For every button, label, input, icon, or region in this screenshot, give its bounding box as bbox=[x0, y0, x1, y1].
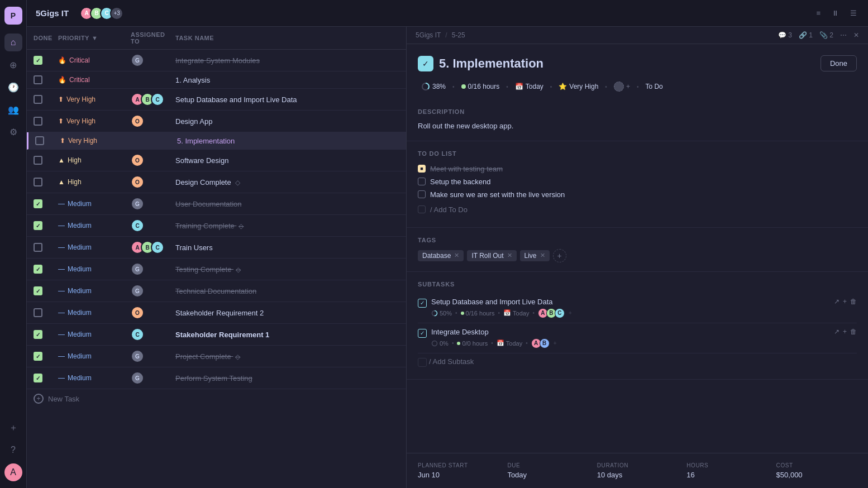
description-text[interactable]: Roll out the new desktop app. bbox=[418, 121, 857, 132]
task-checkbox[interactable] bbox=[35, 136, 44, 145]
table-row[interactable]: ⬆ Very High A B C Setup Database and Imp… bbox=[27, 89, 406, 111]
task-checkbox[interactable] bbox=[34, 352, 42, 361]
table-row[interactable]: ⬆ Very High 5. Implementation bbox=[27, 132, 406, 150]
close-btn[interactable]: ✕ bbox=[853, 31, 859, 39]
todo-check[interactable] bbox=[418, 178, 426, 185]
sidebar-item-team[interactable]: 👥 bbox=[4, 101, 22, 118]
task-name: Project Complete ◇ bbox=[175, 352, 399, 361]
task-checkbox[interactable] bbox=[34, 243, 42, 252]
subtask-name: Integrate Desktop bbox=[431, 328, 829, 336]
assigned-cell: C bbox=[131, 328, 175, 341]
view-grid-btn[interactable]: ☰ bbox=[848, 7, 859, 20]
table-row[interactable]: — Medium C Training Complete ◇ bbox=[27, 215, 406, 237]
table-row[interactable]: 🔥 Critical 1. Analysis bbox=[27, 71, 406, 89]
assigned-cell: A B C bbox=[131, 93, 175, 106]
table-row[interactable]: — Medium G Testing Complete ◇ bbox=[27, 259, 406, 280]
hours-dot bbox=[457, 342, 460, 345]
tag-remove-database[interactable]: ✕ bbox=[454, 252, 459, 259]
task-checkbox[interactable] bbox=[34, 199, 42, 208]
priority-cell: — Medium bbox=[58, 200, 131, 208]
sidebar-item-home[interactable]: ⌂ bbox=[4, 34, 22, 51]
table-row[interactable]: — Medium A B C Train Users bbox=[27, 237, 406, 259]
table-row[interactable]: — Medium C Stakeholder Requirement 1 bbox=[27, 324, 406, 346]
add-todo-label[interactable]: / Add To Do bbox=[430, 203, 468, 216]
subtask-open-btn[interactable]: ↗ bbox=[834, 328, 840, 336]
todo-check[interactable] bbox=[418, 190, 426, 198]
app-logo[interactable]: P bbox=[4, 7, 22, 25]
task-checkbox[interactable] bbox=[34, 95, 42, 104]
subtask-actions: ↗ + 🗑 bbox=[834, 328, 857, 336]
subtask-meta: 0% • 0/0 hours • 📅 Today bbox=[431, 338, 829, 348]
task-checkbox[interactable] bbox=[34, 56, 42, 65]
tag-remove-live[interactable]: ✕ bbox=[540, 252, 545, 259]
done-button[interactable]: Done bbox=[821, 55, 857, 71]
progress-ring-icon bbox=[421, 82, 430, 91]
subtask-check[interactable]: ✓ bbox=[418, 299, 427, 308]
table-row[interactable]: — Medium G Technical Documentation bbox=[27, 280, 406, 302]
subtask-add-btn[interactable]: + bbox=[843, 328, 847, 336]
status-pill[interactable]: To Do bbox=[642, 82, 666, 92]
table-row[interactable]: 🔥 Critical G Integrate System Modules bbox=[27, 50, 406, 71]
sidebar-item-settings[interactable]: ⚙ bbox=[4, 123, 22, 141]
due-value: Today bbox=[507, 471, 588, 479]
task-checkbox[interactable] bbox=[34, 178, 42, 186]
assigned-cell: G bbox=[131, 371, 175, 385]
view-list-btn[interactable]: ≡ bbox=[814, 7, 823, 20]
task-checkbox[interactable] bbox=[34, 286, 42, 295]
new-task-row[interactable]: + New Task bbox=[27, 389, 406, 408]
todo-check[interactable]: ■ bbox=[418, 165, 426, 173]
priority-cell: — Medium bbox=[58, 374, 131, 382]
task-checkbox[interactable] bbox=[34, 75, 42, 84]
table-header: Done Priority ▼ Assigned To Task Name bbox=[27, 27, 406, 50]
task-checkbox[interactable] bbox=[34, 374, 42, 382]
task-checkbox[interactable] bbox=[34, 308, 42, 317]
add-todo-row[interactable]: / Add To Do bbox=[418, 201, 857, 218]
avatar: G bbox=[131, 350, 144, 363]
table-row[interactable]: ▲ High O Design Complete ◇ bbox=[27, 171, 406, 193]
sidebar-item-search[interactable]: ⊕ bbox=[4, 56, 22, 74]
table-row[interactable]: — Medium O Stakeholder Requirement 2 bbox=[27, 302, 406, 324]
assigned-cell: O bbox=[131, 306, 175, 319]
priority-pill[interactable]: ⭐ Very High bbox=[555, 82, 602, 92]
progress-pill[interactable]: 38% bbox=[418, 81, 449, 92]
table-row[interactable]: ⬆ Very High O Design App bbox=[27, 111, 406, 132]
medium-icon: — bbox=[58, 200, 65, 208]
task-name: Design App bbox=[175, 117, 399, 126]
add-subtask-row[interactable]: / Add Subtask bbox=[418, 353, 857, 370]
subtask-item: ✓ Setup Database and Import Live Data bbox=[418, 293, 857, 323]
subtask-delete-btn[interactable]: 🗑 bbox=[850, 298, 857, 305]
task-checkbox[interactable] bbox=[34, 156, 42, 165]
sidebar-item-notifications[interactable]: 🕐 bbox=[4, 78, 22, 96]
hours-label: HOURS bbox=[686, 462, 767, 468]
task-checkbox[interactable] bbox=[34, 221, 42, 230]
assignee-pill[interactable]: + bbox=[611, 80, 633, 93]
comments-btn[interactable]: 💬 3 bbox=[778, 31, 792, 39]
subtask-add-btn[interactable]: + bbox=[843, 298, 847, 305]
table-row[interactable]: ▲ High O Software Design bbox=[27, 150, 406, 171]
cost-label: COST bbox=[776, 462, 857, 468]
view-columns-btn[interactable]: ⏸ bbox=[829, 7, 841, 20]
due-pill[interactable]: 📅 Today bbox=[512, 82, 547, 92]
task-checkbox[interactable] bbox=[34, 330, 42, 339]
table-row[interactable]: — Medium G Project Complete ◇ bbox=[27, 346, 406, 367]
sidebar-item-help[interactable]: ? bbox=[4, 441, 22, 459]
links-btn[interactable]: 🔗 1 bbox=[799, 31, 813, 39]
subtask-check[interactable]: ✓ bbox=[418, 329, 427, 338]
attachments-btn[interactable]: 📎 2 bbox=[819, 31, 833, 39]
subtask-delete-btn[interactable]: 🗑 bbox=[850, 328, 857, 336]
task-checkbox[interactable] bbox=[34, 117, 42, 126]
more-btn[interactable]: ⋯ bbox=[840, 31, 847, 39]
project-title: 5Gigs IT bbox=[36, 8, 69, 18]
tag-remove-it-roll-out[interactable]: ✕ bbox=[507, 252, 512, 259]
subtask-open-btn[interactable]: ↗ bbox=[834, 298, 840, 305]
avatar-count[interactable]: +3 bbox=[110, 7, 123, 20]
task-checkbox[interactable] bbox=[34, 265, 42, 274]
sidebar-item-profile[interactable]: A bbox=[4, 463, 22, 481]
table-row[interactable]: — Medium G User Documentation bbox=[27, 193, 406, 215]
add-tag-btn[interactable]: + bbox=[553, 249, 566, 262]
avatar: G bbox=[131, 197, 144, 210]
table-row[interactable]: — Medium G Perform System Testing bbox=[27, 367, 406, 389]
sidebar-item-add[interactable]: ＋ bbox=[4, 419, 22, 437]
add-assignee-btn[interactable]: + bbox=[626, 83, 630, 90]
hours-pill[interactable]: 0/16 hours bbox=[458, 82, 503, 92]
